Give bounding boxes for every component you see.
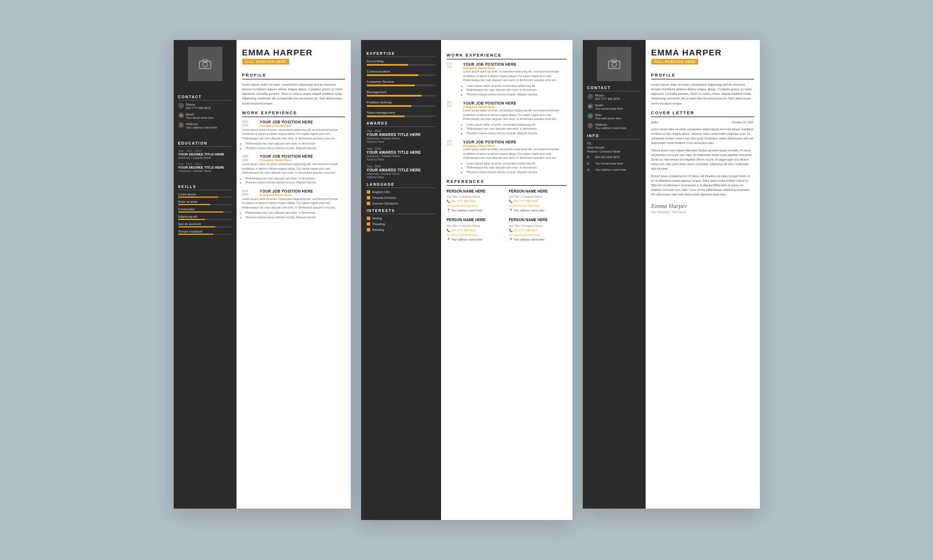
svg-point-1	[203, 62, 207, 67]
cover-sidebar: CONTACT 📞 Phone: 000 7777 888 9879 ✉ Ema…	[583, 40, 646, 509]
edu-item-2: Year , 2011 - 2012 YOUR DEGREE TITLE HER…	[178, 162, 232, 173]
resume-name-left: EMMA HARPER	[242, 48, 345, 58]
awards-2: Year , 2018 YOUR AWARDS TITLE HERE Unive…	[367, 147, 435, 161]
cover-body-2: Viverra ipsum nunc aliquet bibendum faci…	[651, 148, 754, 171]
cover-contact-phone: 📞 Phone: 000 7777 888 9879	[587, 94, 641, 101]
resume-main-left: EMMA HARPER FULL POSITION HERE PROFILE L…	[237, 40, 351, 509]
interest-dot-3	[367, 228, 370, 231]
work-middle-1: 2019 2020 YOUR JOB POSITION HERE Company…	[447, 62, 567, 97]
profile-text-left: Lorem ipsum dolor sit amet, consectetur …	[242, 82, 345, 106]
work-item-left-2: 2018 2020 YOUR JOB POSITION HERE Company…	[242, 154, 345, 185]
info-address: A: Your address name here	[587, 168, 641, 172]
interest-1: Writing	[367, 217, 435, 220]
middle-sidebar: EXPERTISE Accounting Communication Custo…	[361, 40, 441, 520]
education-title-left: EDUCATION	[178, 141, 232, 147]
resume-card-left: CONTACT 📞 Phone: 000 7777 888 9879 ✉ Ema…	[174, 40, 351, 509]
expertise-4: Management	[367, 90, 435, 97]
work-middle-3: 2019 2020 YOUR JOB POSITION HERE Company…	[447, 140, 567, 174]
contact-email-left: ✉ Email: Your email name here	[178, 113, 232, 120]
cover-contact-address: 📍 Address: Your address name here	[587, 123, 641, 130]
closing-text: Your Sincerely / Your Name	[651, 210, 754, 214]
contact-title-cover: CONTACT	[587, 86, 641, 91]
work-item-left-3: 2019 2020 YOUR JOB POSITION HERE Company…	[242, 189, 345, 220]
address-icon-cover: 📍	[587, 123, 593, 129]
cover-greeting: Hello, October 24, 2027	[651, 120, 754, 125]
signature-area: Emma Harper Your Sincerely / Your Name	[651, 202, 754, 214]
ref-4: PERSON NAME HERE Job Title / Company Nam…	[509, 217, 567, 241]
ref-3: PERSON NAME HERE Job Title / Company Nam…	[447, 217, 504, 241]
cover-main: EMMA HARPER FULL POSITION HERE PROFILE L…	[646, 40, 760, 509]
signature-text: Emma Harper	[651, 202, 754, 209]
work-middle-2: 2019 2020 YOUR JOB POSITION HERE Company…	[447, 101, 567, 135]
education-section-left: EDUCATION Year , 2011 - 2012 YOUR DEGREE…	[178, 138, 232, 175]
edu-item-1: Year , 2011 - 2012 YOUR DEGREE TITLE HER…	[178, 149, 232, 159]
info-section: INFO TO, Nova Hannah Position / Company …	[587, 134, 641, 172]
svg-point-4	[612, 62, 616, 67]
cover-name: EMMA HARPER	[651, 48, 754, 58]
resume-position-left: FULL POSITION HERE	[242, 59, 290, 65]
work-section-title-left: WORK EXPERIENCE	[242, 110, 345, 117]
expertise-title: EXPERTISE	[367, 51, 435, 57]
interest-3: Reading	[367, 228, 435, 231]
page-container: CONTACT 📞 Phone: 000 7777 888 9879 ✉ Ema…	[151, 6, 783, 554]
skill-6: Tempor incididunt	[178, 230, 232, 235]
cover-contact-web: 🌐 Web: Your web name here	[587, 113, 641, 121]
address-icon-left: 📍	[178, 122, 184, 128]
email-icon-left: ✉	[178, 113, 184, 118]
cover-letter-body: Hello, October 24, 2027 Lorem ipsum dolo…	[651, 120, 754, 197]
contact-phone-left: 📞 Phone: 000 7777 888 9879	[178, 103, 232, 110]
cover-contact-email: ✉ Email: Your email name here	[587, 103, 641, 111]
cover-body-1: Lorem ipsum dolor sit amet, consectetur …	[651, 127, 754, 145]
lang-2: Canada (French)	[367, 196, 435, 199]
references-section-title: REFERENCES	[447, 179, 567, 186]
cover-position: FULL POSITION HERE	[651, 59, 699, 65]
cover-letter-title: COVER LETTER	[651, 110, 754, 117]
interests-title: INTERESTS	[367, 209, 435, 214]
cover-profile-title: PROFILE	[651, 73, 754, 79]
lang-3: German (Deutsch)	[367, 202, 435, 205]
expertise-3: Customer Service	[367, 80, 435, 86]
svg-rect-5	[612, 59, 616, 62]
phone-icon-cover: 📞	[587, 94, 593, 99]
skill-3: Consectetur	[178, 207, 232, 213]
skill-2: Dolor sit amet	[178, 200, 232, 205]
lang-dot-2	[367, 196, 370, 199]
awards-3: Year , 2018 YOUR AWARDS TITLE HERE Unive…	[367, 165, 435, 179]
work-section-title-middle: WORK EXPERIENCE	[447, 53, 567, 59]
ref-2: PERSON NAME HERE Job Title / Company Nam…	[509, 189, 567, 213]
contact-title-left: CONTACT	[178, 95, 232, 101]
email-icon-cover: ✉	[587, 103, 593, 109]
skill-5: Sed do eiusmod	[178, 222, 232, 227]
expertise-1: Accounting	[367, 59, 435, 66]
work-item-left-1: 2010 2020 YOUR JOB POSITION HERE Company…	[242, 120, 345, 151]
lang-1: English (UK)	[367, 190, 435, 194]
info-title: INFO	[587, 134, 641, 139]
language-title: LANGUAGE	[367, 182, 435, 188]
contact-section-left: CONTACT 📞 Phone: 000 7777 888 9879 ✉ Ema…	[178, 91, 232, 132]
expertise-2: Communication	[367, 70, 435, 76]
cover-profile-text: Lorem ipsum dolor sit amet, consectetur …	[651, 82, 754, 106]
interest-dot-1	[367, 217, 370, 220]
cover-body-3: Dictum fusce ut placerat orci. At varius…	[651, 174, 754, 197]
avatar-cover	[597, 47, 631, 81]
skills-title-left: SKILLS	[178, 185, 232, 190]
interest-2: Traveling	[367, 222, 435, 226]
resume-sidebar-left: CONTACT 📞 Phone: 000 7777 888 9879 ✉ Ema…	[174, 40, 237, 509]
avatar-left	[188, 47, 222, 81]
contact-section-cover: CONTACT 📞 Phone: 000 7777 888 9879 ✉ Ema…	[587, 86, 641, 130]
contact-address-left: 📍 Address: Your address name here	[178, 122, 232, 130]
info-email: E: Your email name here	[587, 162, 641, 166]
awards-1: Year , 2018 YOUR AWARDS TITLE HERE Unive…	[367, 129, 435, 143]
skill-1: Lorem ipsum	[178, 193, 232, 198]
lang-dot-3	[367, 202, 370, 205]
phone-icon-left: 📞	[178, 103, 184, 109]
middle-card: EXPERTISE Accounting Communication Custo…	[361, 40, 572, 520]
lang-dot-1	[367, 190, 370, 194]
interest-dot-2	[367, 222, 370, 226]
expertise-6: Time management	[367, 111, 435, 117]
skills-section-left: SKILLS Lorem ipsum Dolor sit amet Consec…	[178, 181, 232, 237]
expertise-5: Problem Solving	[367, 101, 435, 107]
middle-main: WORK EXPERIENCE 2019 2020 YOUR JOB POSIT…	[441, 40, 572, 520]
web-icon-cover: 🌐	[587, 113, 593, 119]
cover-card: CONTACT 📞 Phone: 000 7777 888 9879 ✉ Ema…	[583, 40, 760, 509]
